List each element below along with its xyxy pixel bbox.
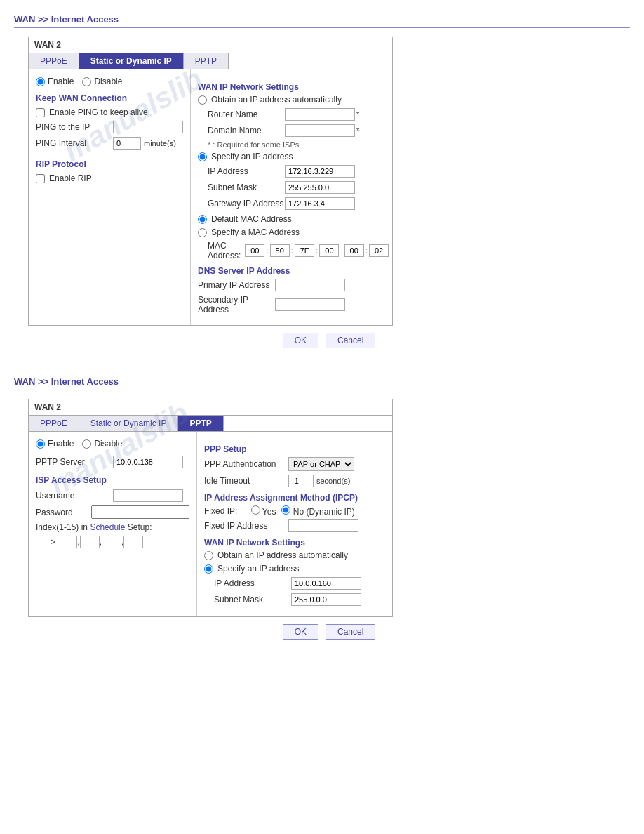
- ping-enable-row: Enable PING to keep alive: [36, 107, 183, 117]
- default-mac-radio[interactable]: [198, 215, 207, 224]
- fixed-ip-no-radio[interactable]: [281, 505, 290, 515]
- obtain-auto-row-2: Obtain an IP address automatically: [204, 550, 385, 560]
- tab-row-2: PPPoE Static or Dynamic IP PPTP: [29, 416, 392, 432]
- sched-field-0[interactable]: [58, 536, 77, 548]
- primary-dns-input[interactable]: [275, 279, 345, 291]
- tab1-pptp[interactable]: PPTP: [184, 53, 229, 69]
- disable-radio-1[interactable]: [82, 77, 91, 86]
- password-input[interactable]: [91, 505, 189, 519]
- fixed-ip-yes-text: Yes: [262, 507, 276, 517]
- dns-title-1: DNS Server IP Address: [198, 266, 389, 276]
- ppp-auth-label: PPP Authentication: [204, 459, 288, 469]
- ok-button-2[interactable]: OK: [283, 624, 318, 640]
- enable-row-1: Enable Disable: [36, 77, 183, 86]
- ppp-auth-row: PPP Authentication PAP or CHAP: [204, 457, 385, 471]
- enable-rip-label: Enable RIP: [49, 173, 92, 183]
- idle-timeout-input[interactable]: [288, 475, 314, 487]
- fixed-ip-label: Fixed IP:: [204, 506, 237, 516]
- username-input[interactable]: [113, 489, 183, 502]
- ping-ip-input[interactable]: [113, 121, 183, 133]
- cancel-button-1[interactable]: Cancel: [326, 333, 375, 348]
- pptp-server-input[interactable]: [113, 456, 183, 468]
- subnet-mask-input-1[interactable]: [285, 181, 355, 194]
- router-name-input[interactable]: [285, 108, 355, 121]
- obtain-auto-radio-2[interactable]: [204, 551, 213, 560]
- obtain-auto-radio[interactable]: [198, 95, 207, 105]
- specify-mac-radio[interactable]: [198, 228, 207, 237]
- index-row: Index(1-15) in Schedule Setup:: [36, 522, 189, 532]
- domain-name-input[interactable]: [285, 124, 355, 137]
- domain-name-row: Domain Name *: [198, 124, 389, 137]
- wan2-header: WAN 2: [29, 399, 392, 416]
- section1-title: WAN >> Internet Access: [14, 14, 630, 28]
- sched-field-2[interactable]: [102, 536, 121, 548]
- mac-field-0[interactable]: [245, 244, 264, 257]
- sched-field-3[interactable]: [123, 536, 143, 548]
- username-row: Username: [36, 489, 189, 502]
- ip-address-input-1[interactable]: [285, 165, 355, 178]
- fixed-ip-address-input[interactable]: [288, 519, 358, 532]
- obtain-auto-label-2: Obtain an IP address automatically: [217, 550, 348, 560]
- specify-ip-row: Specify an IP address: [198, 152, 389, 161]
- arrow-label: =>: [46, 537, 55, 547]
- gateway-input-1[interactable]: [285, 197, 355, 210]
- secondary-dns-input[interactable]: [275, 298, 345, 311]
- schedule-link[interactable]: Schedule: [90, 522, 125, 532]
- obtain-auto-row: Obtain an IP address automatically: [198, 95, 389, 105]
- index-label: Index(1-15) in: [36, 522, 88, 532]
- tab-row-1: PPPoE Static or Dynamic IP PPTP: [29, 53, 392, 70]
- specify-ip-radio[interactable]: [198, 152, 207, 161]
- tab1-pppoe[interactable]: PPPoE: [29, 53, 79, 69]
- wan-ip-title-2: WAN IP Network Settings: [204, 538, 385, 548]
- secondary-dns-row: Secondary IP Address: [198, 295, 389, 315]
- tab2-static[interactable]: Static or Dynamic IP: [79, 416, 179, 431]
- fixed-ip-address-label: Fixed IP Address: [204, 521, 288, 531]
- cancel-button-2[interactable]: Cancel: [326, 624, 375, 640]
- enable-rip-checkbox[interactable]: [36, 174, 45, 183]
- mac-field-2[interactable]: [295, 244, 314, 257]
- ping-enable-checkbox[interactable]: [36, 108, 45, 117]
- enable-radio-label-2[interactable]: Enable: [36, 439, 74, 449]
- disable-radio-label-2[interactable]: Disable: [82, 439, 122, 449]
- specify-mac-label: Specify a MAC Address: [211, 227, 300, 237]
- subnet-mask-input-2[interactable]: [291, 593, 361, 606]
- ping-enable-label: Enable PING to keep alive: [49, 107, 148, 117]
- isp-access-title: ISP Access Setup: [36, 475, 189, 485]
- enable-radio-1[interactable]: [36, 77, 45, 86]
- setup-label: Setup:: [128, 522, 152, 532]
- specify-ip-radio-2[interactable]: [204, 564, 213, 574]
- enable-row-2: Enable Disable: [36, 439, 189, 449]
- ping-interval-label: PING Interval: [36, 138, 113, 148]
- disable-radio-2[interactable]: [82, 439, 91, 449]
- mac-field-5[interactable]: [369, 244, 389, 257]
- enable-radio-label-1[interactable]: Enable: [36, 77, 74, 86]
- mac-field-3[interactable]: [319, 244, 339, 257]
- tab2-pptp[interactable]: PPTP: [178, 416, 223, 431]
- secondary-dns-label: Secondary IP Address: [198, 295, 275, 315]
- ip-address-row-1: IP Address: [198, 165, 389, 178]
- ping-interval-input[interactable]: [113, 137, 141, 150]
- subnet-mask-row-2: Subnet Mask: [204, 593, 385, 606]
- fixed-ip-no-label[interactable]: No (Dynamic IP): [281, 505, 354, 517]
- specify-ip-label: Specify an IP address: [211, 152, 293, 161]
- specify-mac-row: Specify a MAC Address: [198, 227, 389, 237]
- ok-button-1[interactable]: OK: [283, 333, 318, 348]
- sched-field-1[interactable]: [80, 536, 100, 548]
- ppp-auth-select[interactable]: PAP or CHAP: [288, 457, 354, 471]
- tab1-static[interactable]: Static or Dynamic IP: [79, 53, 184, 69]
- idle-timeout-row: Idle Timeout second(s): [204, 475, 385, 487]
- fixed-ip-yes-radio[interactable]: [251, 505, 260, 515]
- disable-radio-label-1[interactable]: Disable: [82, 77, 122, 86]
- mac-address-row: MAC Address: : : : : :: [198, 241, 389, 260]
- mac-field-4[interactable]: [344, 244, 364, 257]
- subnet-mask-row-1: Subnet Mask: [198, 181, 389, 194]
- seconds-label: second(s): [316, 477, 350, 485]
- enable-rip-row: Enable RIP: [36, 173, 183, 183]
- mac-field-1[interactable]: [270, 244, 290, 257]
- fixed-ip-no-text: No (Dynamic IP): [293, 507, 355, 517]
- mac-address-label: MAC Address:: [208, 241, 241, 260]
- tab2-pppoe[interactable]: PPPoE: [29, 416, 79, 431]
- ip-address-input-2[interactable]: [291, 577, 361, 590]
- fixed-ip-yes-label[interactable]: Yes: [251, 505, 276, 517]
- enable-radio-2[interactable]: [36, 439, 45, 449]
